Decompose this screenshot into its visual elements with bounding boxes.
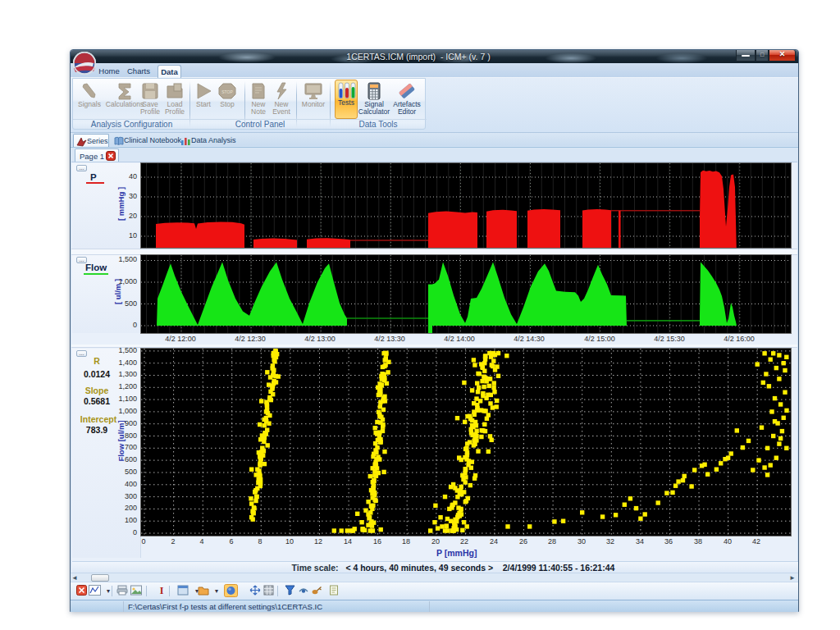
svg-text:STOP: STOP: [221, 89, 233, 94]
